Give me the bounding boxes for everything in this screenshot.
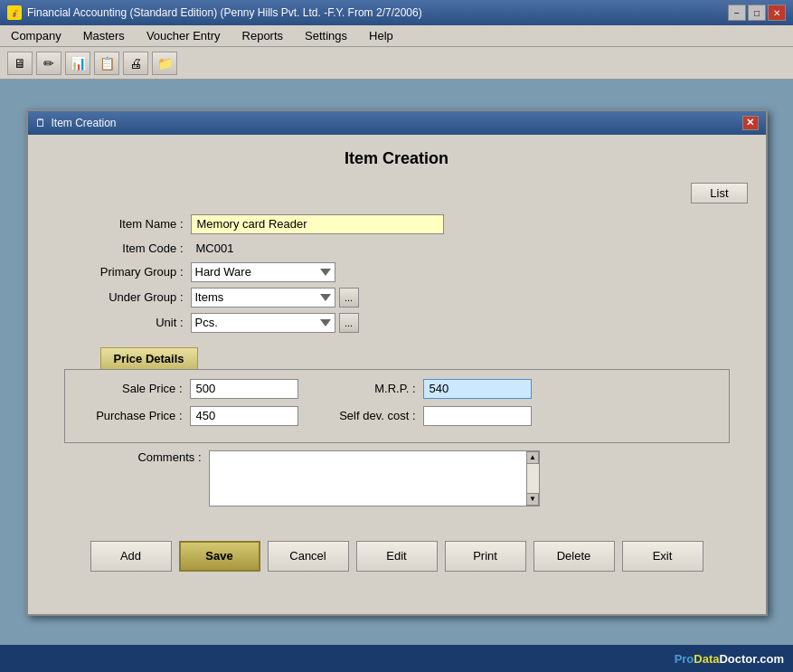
primary-group-row: Primary Group : Hard Ware	[82, 262, 748, 282]
dialog-close-button[interactable]: ✕	[742, 116, 759, 130]
comments-textarea[interactable]	[210, 451, 526, 506]
under-group-label: Under Group :	[82, 290, 191, 304]
menu-company[interactable]: Company	[7, 28, 65, 43]
menu-help[interactable]: Help	[365, 28, 397, 43]
under-group-wrapper: Items ...	[191, 288, 359, 308]
brand-label: ProDataDoctor.com	[675, 652, 784, 666]
maximize-button[interactable]: □	[748, 5, 766, 21]
status-bar: ProDataDoctor.com	[0, 645, 793, 672]
dialog-title-icon: 🗒	[35, 117, 46, 129]
toolbar-btn-6[interactable]: 📁	[152, 52, 177, 75]
scroll-up-arrow[interactable]: ▲	[526, 451, 539, 464]
app-icon: 💰	[7, 5, 22, 20]
exit-button[interactable]: Exit	[622, 541, 703, 572]
menu-bar: Company Masters Voucher Entry Reports Se…	[0, 25, 793, 47]
toolbar-btn-3[interactable]: 📊	[65, 52, 90, 75]
item-name-row: Item Name :	[82, 214, 748, 234]
comments-scrollbar: ▲ ▼	[526, 451, 539, 506]
menu-voucher-entry[interactable]: Voucher Entry	[143, 28, 224, 43]
purchase-price-label: Purchase Price :	[83, 409, 183, 422]
list-button[interactable]: List	[691, 183, 747, 203]
mrp-input[interactable]	[423, 379, 532, 399]
purchase-price-input[interactable]	[190, 406, 298, 426]
minimize-button[interactable]: −	[728, 5, 746, 21]
scroll-down-arrow[interactable]: ▼	[526, 493, 539, 506]
dialog-title-bar: 🗒 Item Creation ✕	[28, 111, 766, 135]
window-controls: − □ ✕	[728, 5, 786, 21]
app-title-left: 💰 Financial Accounting (Standard Edition…	[7, 5, 422, 20]
app-title-bar: 💰 Financial Accounting (Standard Edition…	[0, 0, 793, 25]
self-dev-cost-label: Self dev. cost :	[316, 409, 416, 422]
price-row-1: Sale Price : M.R.P. :	[83, 379, 711, 399]
price-section: Sale Price : M.R.P. : Purchase Price :	[64, 369, 730, 443]
unit-select[interactable]: Pcs.	[191, 313, 335, 333]
toolbar-btn-2[interactable]: ✏	[36, 52, 61, 75]
app-title-text: Financial Accounting (Standard Edition) …	[27, 6, 422, 19]
menu-reports[interactable]: Reports	[239, 28, 288, 43]
price-details-tab[interactable]: Price Details	[100, 347, 198, 369]
dialog-heading: Item Creation	[46, 149, 748, 168]
price-row-2: Purchase Price : Self dev. cost :	[83, 406, 711, 426]
form-section: Item Name : Item Code : MC001 Primary Gr…	[82, 214, 748, 333]
list-btn-row: List	[46, 183, 748, 203]
toolbar-btn-1[interactable]: 🖥	[7, 52, 33, 75]
self-dev-cost-group: Self dev. cost :	[316, 406, 532, 426]
unit-row: Unit : Pcs. ...	[82, 313, 748, 333]
bottom-buttons: Add Save Cancel Edit Print Delete Exit	[28, 528, 766, 581]
item-code-value: MC001	[191, 240, 240, 257]
comments-section: Comments : ▲ ▼	[64, 450, 730, 506]
brand-data: Data	[694, 652, 719, 666]
close-button[interactable]: ✕	[768, 5, 786, 21]
toolbar-btn-4[interactable]: 📋	[94, 52, 119, 75]
item-code-label: Item Code :	[82, 241, 191, 255]
purchase-price-group: Purchase Price :	[83, 406, 298, 426]
brand-pro: Pro	[675, 652, 694, 666]
item-name-input[interactable]	[191, 214, 444, 234]
item-creation-dialog: 🗒 Item Creation ✕ Item Creation List Ite…	[26, 109, 768, 616]
primary-group-select[interactable]: Hard Ware	[191, 262, 335, 282]
primary-group-label: Primary Group :	[82, 265, 191, 279]
unit-wrapper: Pcs. ...	[191, 313, 359, 333]
unit-label: Unit :	[82, 316, 191, 329]
menu-settings[interactable]: Settings	[301, 28, 351, 43]
dialog-title-text: Item Creation	[52, 117, 117, 129]
item-name-label: Item Name :	[82, 217, 191, 231]
mrp-label: M.R.P. :	[316, 382, 416, 395]
mrp-group: M.R.P. :	[316, 379, 532, 399]
self-dev-cost-input[interactable]	[423, 406, 532, 426]
toolbar-btn-5[interactable]: 🖨	[123, 52, 148, 75]
comments-label: Comments :	[109, 450, 209, 464]
sale-price-group: Sale Price :	[83, 379, 298, 399]
edit-button[interactable]: Edit	[356, 541, 438, 572]
sale-price-label: Sale Price :	[83, 382, 183, 395]
delete-button[interactable]: Delete	[533, 541, 615, 572]
dialog-content: Item Creation List Item Name : Item Code…	[28, 135, 766, 528]
under-group-select[interactable]: Items	[191, 288, 335, 308]
menu-masters[interactable]: Masters	[80, 28, 128, 43]
unit-ellipsis[interactable]: ...	[339, 313, 359, 333]
main-area: 🗒 Item Creation ✕ Item Creation List Ite…	[0, 80, 793, 645]
under-group-ellipsis[interactable]: ...	[339, 288, 359, 308]
primary-group-wrapper: Hard Ware	[191, 262, 335, 282]
print-button[interactable]: Print	[445, 541, 526, 572]
under-group-row: Under Group : Items ...	[82, 288, 748, 308]
add-button[interactable]: Add	[90, 541, 172, 572]
cancel-button[interactable]: Cancel	[268, 541, 349, 572]
brand-doctor: Doctor.com	[719, 652, 784, 666]
save-button[interactable]: Save	[179, 541, 260, 572]
comments-box-wrapper: ▲ ▼	[209, 450, 540, 506]
dialog-title-left: 🗒 Item Creation	[35, 117, 117, 129]
item-code-row: Item Code : MC001	[82, 240, 748, 257]
toolbar: 🖥 ✏ 📊 📋 🖨 📁	[0, 47, 793, 80]
sale-price-input[interactable]	[190, 379, 298, 399]
